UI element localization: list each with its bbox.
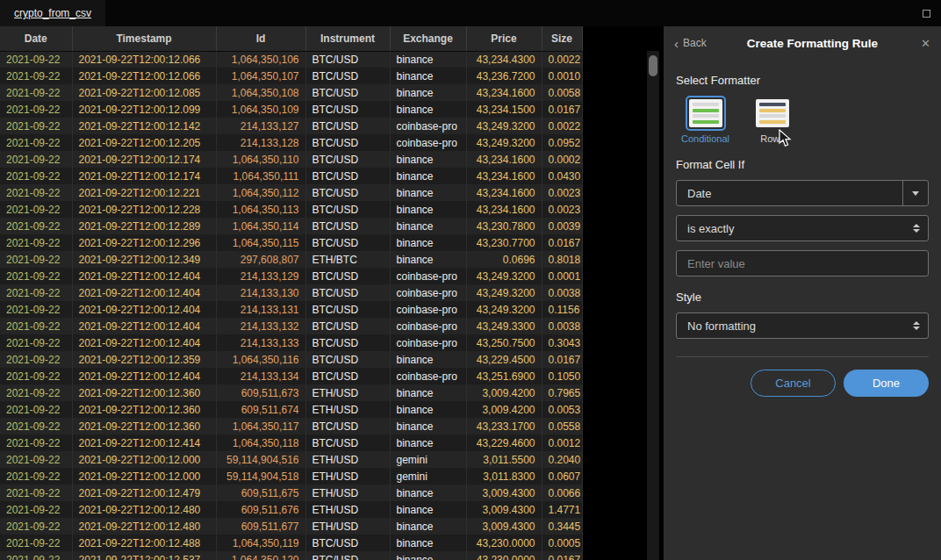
cell-size[interactable]: 0.0558: [542, 418, 582, 434]
cell-timestamp[interactable]: 2021-09-22T12:00:12.480: [72, 518, 216, 535]
cell-timestamp[interactable]: 2021-09-22T12:00:12.296: [72, 234, 216, 251]
cell-exchange[interactable]: coinbase-pro: [390, 368, 466, 384]
cell-timestamp[interactable]: 2021-09-22T12:00:12.360: [72, 401, 216, 418]
cell-price[interactable]: 43,230.0000: [466, 551, 542, 560]
cell-instrument[interactable]: BTC/USD: [305, 268, 390, 284]
cell-date[interactable]: 2021-09-22: [0, 118, 72, 134]
cell-instrument[interactable]: BTC/USD: [305, 434, 390, 451]
cell-size[interactable]: 0.1156: [542, 301, 582, 318]
cell-size[interactable]: 0.0023: [542, 201, 582, 218]
cell-timestamp[interactable]: 2021-09-22T12:00:12.066: [72, 68, 216, 84]
cell-id[interactable]: 214,133,132: [216, 318, 305, 334]
cell-date[interactable]: 2021-09-22: [0, 334, 72, 351]
cell-instrument[interactable]: BTC/USD: [305, 168, 390, 184]
cell-id[interactable]: 609,511,676: [216, 501, 305, 518]
cell-size[interactable]: 0.2040: [542, 451, 582, 468]
cell-exchange[interactable]: binance: [390, 251, 466, 268]
cell-id[interactable]: 609,511,677: [216, 518, 305, 535]
cell-price[interactable]: 43,234.1600: [466, 151, 542, 168]
cell-instrument[interactable]: BTC/USD: [305, 68, 390, 84]
cell-price[interactable]: 3,011.8300: [466, 468, 542, 485]
cell-price[interactable]: 43,229.4600: [466, 434, 542, 451]
cell-price[interactable]: 3,009.4300: [466, 518, 542, 535]
cell-price[interactable]: 43,233.1700: [466, 418, 542, 434]
cell-date[interactable]: 2021-09-22: [0, 384, 72, 401]
cell-instrument[interactable]: BTC/USD: [305, 134, 390, 151]
cell-exchange[interactable]: binance: [390, 535, 466, 551]
cell-date[interactable]: 2021-09-22: [0, 401, 72, 418]
cell-id[interactable]: 609,511,673: [216, 384, 305, 401]
cell-timestamp[interactable]: 2021-09-22T12:00:12.537: [72, 551, 216, 560]
cell-price[interactable]: 3,009.4300: [466, 501, 542, 518]
done-button[interactable]: Done: [844, 370, 929, 397]
cell-instrument[interactable]: ETH/USD: [305, 518, 390, 535]
cell-id[interactable]: 59,114,904,518: [216, 468, 305, 485]
cell-id[interactable]: 1,064,350,119: [216, 535, 305, 551]
cell-size[interactable]: 0.0012: [542, 434, 582, 451]
operator-dropdown[interactable]: is exactly: [676, 215, 929, 241]
column-header-timestamp[interactable]: Timestamp: [72, 26, 216, 51]
cell-exchange[interactable]: coinbase-pro: [390, 284, 466, 301]
cell-id[interactable]: 1,064,350,116: [216, 351, 305, 368]
cell-instrument[interactable]: BTC/USD: [305, 234, 390, 251]
cell-id[interactable]: 214,133,128: [216, 134, 305, 151]
cell-id[interactable]: 1,064,350,113: [216, 201, 305, 218]
cell-price[interactable]: 3,009.4200: [466, 384, 542, 401]
cell-timestamp[interactable]: 2021-09-22T12:00:12.228: [72, 201, 216, 218]
cell-date[interactable]: 2021-09-22: [0, 351, 72, 368]
cell-timestamp[interactable]: 2021-09-22T12:00:12.085: [72, 84, 216, 101]
cell-size[interactable]: 0.0001: [542, 268, 582, 284]
vertical-scrollbar[interactable]: [647, 51, 659, 560]
cell-price[interactable]: 3,009.4200: [466, 401, 542, 418]
cell-timestamp[interactable]: 2021-09-22T12:00:12.414: [72, 434, 216, 451]
cell-exchange[interactable]: binance: [390, 434, 466, 451]
cell-size[interactable]: 0.0038: [542, 284, 582, 301]
cell-date[interactable]: 2021-09-22: [0, 468, 72, 485]
cell-size[interactable]: 0.0167: [542, 551, 582, 560]
style-dropdown[interactable]: No formatting: [676, 312, 929, 339]
cell-id[interactable]: 214,133,130: [216, 284, 305, 301]
cell-instrument[interactable]: BTC/USD: [305, 84, 390, 101]
cell-timestamp[interactable]: 2021-09-22T12:00:12.488: [72, 535, 216, 551]
cell-instrument[interactable]: BTC/USD: [305, 151, 390, 168]
cell-timestamp[interactable]: 2021-09-22T12:00:12.099: [72, 101, 216, 118]
cell-date[interactable]: 2021-09-22: [0, 301, 72, 318]
cell-id[interactable]: 297,608,807: [216, 251, 305, 268]
cell-exchange[interactable]: binance: [390, 184, 466, 201]
cell-size[interactable]: 0.8018: [542, 251, 582, 268]
cell-instrument[interactable]: ETH/USD: [305, 384, 390, 401]
cell-instrument[interactable]: ETH/USD: [305, 485, 390, 501]
cell-id[interactable]: 1,064,350,112: [216, 184, 305, 201]
cell-timestamp[interactable]: 2021-09-22T12:00:12.000: [72, 468, 216, 485]
cell-timestamp[interactable]: 2021-09-22T12:00:12.359: [72, 351, 216, 368]
cell-size[interactable]: 0.0058: [542, 84, 582, 101]
cell-date[interactable]: 2021-09-22: [0, 268, 72, 284]
cell-id[interactable]: 1,064,350,108: [216, 84, 305, 101]
cell-instrument[interactable]: ETH/USD: [305, 501, 390, 518]
cell-exchange[interactable]: binance: [390, 68, 466, 84]
cell-id[interactable]: 1,064,350,120: [216, 551, 305, 560]
cell-instrument[interactable]: BTC/USD: [305, 551, 390, 560]
cell-size[interactable]: 0.0430: [542, 168, 582, 184]
column-header-date[interactable]: Date: [0, 26, 72, 51]
cell-instrument[interactable]: BTC/USD: [305, 218, 390, 234]
cell-price[interactable]: 43,234.1600: [466, 201, 542, 218]
cell-date[interactable]: 2021-09-22: [0, 368, 72, 384]
cell-size[interactable]: 0.7965: [542, 384, 582, 401]
cell-timestamp[interactable]: 2021-09-22T12:00:12.479: [72, 485, 216, 501]
cell-date[interactable]: 2021-09-22: [0, 284, 72, 301]
cell-id[interactable]: 1,064,350,114: [216, 218, 305, 234]
cell-id[interactable]: 214,133,133: [216, 334, 305, 351]
cell-id[interactable]: 59,114,904,516: [216, 451, 305, 468]
cell-size[interactable]: 0.0167: [542, 351, 582, 368]
cell-size[interactable]: 0.1050: [542, 368, 582, 384]
cell-exchange[interactable]: binance: [390, 384, 466, 401]
cell-instrument[interactable]: ETH/BTC: [305, 251, 390, 268]
cell-exchange[interactable]: gemini: [390, 451, 466, 468]
cell-exchange[interactable]: binance: [390, 218, 466, 234]
cell-instrument[interactable]: ETH/USD: [305, 451, 390, 468]
cell-exchange[interactable]: binance: [390, 418, 466, 434]
cell-exchange[interactable]: binance: [390, 501, 466, 518]
cell-price[interactable]: 43,249.3200: [466, 268, 542, 284]
cell-exchange[interactable]: binance: [390, 151, 466, 168]
